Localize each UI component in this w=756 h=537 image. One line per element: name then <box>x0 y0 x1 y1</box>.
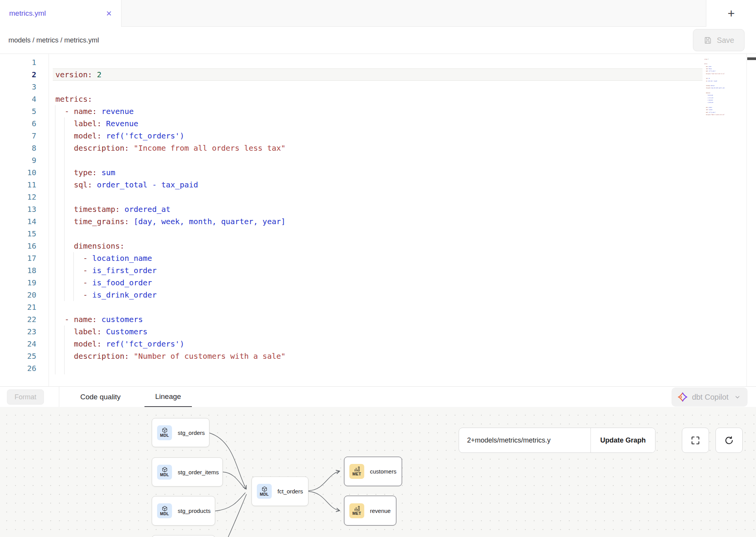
code-text: - is_food_order <box>55 277 152 289</box>
code-token: - <box>83 290 92 299</box>
code-token: - name: <box>65 107 97 116</box>
code-line[interactable]: 12 <box>0 191 756 203</box>
breadcrumb-row: models / metrics / metrics.yml Save <box>0 27 756 54</box>
code-text: dimensions: <box>55 240 125 252</box>
metric-badge: MET <box>349 503 364 518</box>
code-line[interactable]: 6 label: Revenue <box>0 117 756 130</box>
dbt-copilot-label: dbt Copilot <box>692 393 728 402</box>
indent-guide <box>64 362 65 374</box>
lineage-node-customers[interactable]: METcustomers <box>344 457 402 486</box>
line-number: 16 <box>0 240 36 252</box>
code-line[interactable]: 5 - name: revenue <box>0 105 756 117</box>
minimap-line: description: "Income from all orders les… <box>704 72 728 75</box>
new-tab-button[interactable]: + <box>728 7 735 20</box>
code-token: type: <box>74 168 97 177</box>
code-line[interactable]: 4metrics: <box>0 93 756 105</box>
code-token: time_grains: <box>74 217 129 226</box>
minimap-line <box>704 116 728 118</box>
code-line[interactable]: 13 timestamp: ordered_at <box>0 203 756 215</box>
line-number: 22 <box>0 313 36 325</box>
code-text: - location_name <box>55 252 152 264</box>
code-token: sum <box>101 168 115 177</box>
dbt-copilot-button[interactable]: dbt Copilot <box>672 387 748 407</box>
code-line[interactable]: 23 label: Customers <box>0 325 756 338</box>
lineage-node-stg_order_items[interactable]: MDLstg_order_items <box>152 457 223 487</box>
code-token: - name: <box>65 315 97 324</box>
code-line[interactable]: 8 description: "Income from all orders l… <box>0 142 756 154</box>
code-token: is_food_order <box>707 99 713 101</box>
code-token: is_food_order <box>92 278 152 287</box>
tab-lineage[interactable]: Lineage <box>144 387 192 407</box>
tab-metrics-yml[interactable]: metrics.yml ✕ <box>0 0 122 27</box>
save-button[interactable]: Save <box>693 29 745 51</box>
code-text: label: Revenue <box>55 117 138 130</box>
minimap[interactable]: version: 2metrics: - name: revenue label… <box>704 55 745 124</box>
line-number: 4 <box>0 93 36 105</box>
line-number: 23 <box>0 325 36 338</box>
lineage-node-fct_orders[interactable]: MDLfct_orders <box>251 477 308 506</box>
code-line[interactable]: 24 model: ref('fct_orders') <box>0 338 756 350</box>
scrollbar-cursor-marker <box>747 57 756 60</box>
lineage-filter-input[interactable] <box>459 428 591 452</box>
code-text: time_grains: [day, week, month, quarter,… <box>55 215 286 228</box>
code-line[interactable]: 20 - is_drink_order <box>0 289 756 301</box>
code-token: - <box>83 254 92 263</box>
code-token: "Number of customers with a sale" <box>711 114 725 116</box>
badge-type-label: MDL <box>160 512 169 516</box>
code-token: [day, week, month, quarter, year] <box>134 217 286 226</box>
refresh-icon <box>724 435 734 446</box>
indent-guide <box>64 154 65 166</box>
scrollbar-track[interactable] <box>746 54 747 386</box>
code-line[interactable]: 17 - location_name <box>0 252 756 264</box>
model-badge: MDL <box>157 425 172 440</box>
code-line[interactable]: 22 - name: customers <box>0 313 756 325</box>
edge-fct-orders-customers <box>308 471 339 491</box>
lineage-filter-group: Update Graph <box>459 428 655 453</box>
code-line[interactable]: 21 <box>0 301 756 313</box>
cube-icon <box>162 506 168 512</box>
code-line[interactable]: 16 dimensions: <box>0 240 756 252</box>
code-line[interactable]: 26 <box>0 362 756 374</box>
code-token: "Number of customers with a sale" <box>134 351 286 361</box>
code-line[interactable]: 2version: 2 <box>0 68 756 81</box>
lineage-node-partial[interactable] <box>152 535 215 537</box>
code-text: label: Customers <box>55 325 148 338</box>
code-area[interactable]: 12version: 234metrics:5 - name: revenue6… <box>0 56 756 374</box>
code-line[interactable]: 3 <box>0 81 756 93</box>
code-token: ordered_at <box>711 85 715 86</box>
code-line[interactable]: 19 - is_food_order <box>0 277 756 289</box>
line-number: 19 <box>0 277 36 289</box>
tab-code-quality[interactable]: Code quality <box>80 387 121 407</box>
lineage-node-revenue[interactable]: METrevenue <box>344 496 396 526</box>
code-line[interactable]: 7 model: ref('fct_orders') <box>0 130 756 142</box>
code-line[interactable]: 14 time_grains: [day, week, month, quart… <box>0 215 756 228</box>
line-number: 17 <box>0 252 36 264</box>
code-line[interactable]: 9 <box>0 154 756 166</box>
lineage-node-stg_products[interactable]: MDLstg_products <box>152 496 215 526</box>
code-token: customers <box>101 315 143 324</box>
node-label: stg_orders <box>178 430 205 436</box>
lineage-node-stg_orders[interactable]: MDLstg_orders <box>152 418 209 447</box>
code-line[interactable]: 25 description: "Number of customers wit… <box>0 350 756 362</box>
line-number: 11 <box>0 179 36 191</box>
fullscreen-button[interactable] <box>682 428 709 453</box>
update-graph-button[interactable]: Update Graph <box>591 428 655 452</box>
code-line[interactable]: 10 type: sum <box>0 166 756 179</box>
code-line[interactable]: 18 - is_first_order <box>0 264 756 277</box>
code-line[interactable]: 11 sql: order_total - tax_paid <box>0 179 756 191</box>
line-number: 13 <box>0 203 36 215</box>
close-tab-icon[interactable]: ✕ <box>106 10 112 17</box>
code-editor[interactable]: 12version: 234metrics:5 - name: revenue6… <box>0 54 756 386</box>
bar-chart-icon <box>354 466 360 472</box>
line-number: 2 <box>0 68 36 81</box>
code-text: type: sum <box>55 166 115 179</box>
code-line[interactable]: 1 <box>0 56 756 68</box>
format-button[interactable]: Format <box>7 389 44 405</box>
save-floppy-icon <box>703 36 712 45</box>
refresh-button[interactable] <box>715 428 743 453</box>
code-line[interactable]: 15 <box>0 228 756 240</box>
code-text: version: 2 <box>55 68 101 81</box>
code-token: Customers <box>709 109 713 111</box>
line-number: 3 <box>0 81 36 93</box>
lineage-canvas[interactable]: MDLstg_ordersMDLstg_order_itemsMDLstg_pr… <box>0 407 756 537</box>
